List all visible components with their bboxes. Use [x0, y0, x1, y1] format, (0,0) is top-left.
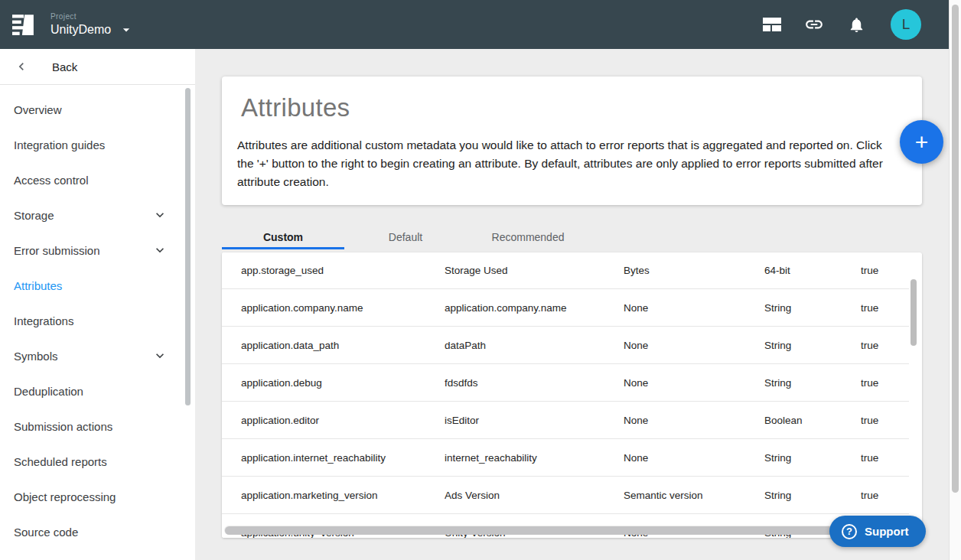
cell-format: None	[624, 340, 764, 351]
sidebar-item-overview[interactable]: Overview	[0, 92, 195, 127]
cell-visible: true	[861, 265, 909, 276]
support-label: Support	[865, 525, 909, 538]
sidebar-item-storage[interactable]: Storage	[0, 197, 195, 233]
tab-default[interactable]: Default	[344, 224, 467, 249]
table-row[interactable]: application.company.name application.com…	[222, 289, 909, 327]
cell-name: application.debug	[241, 377, 445, 389]
chevron-down-icon	[152, 348, 168, 363]
backtrace-logo-icon	[12, 13, 35, 36]
cell-format: Semantic version	[624, 490, 764, 501]
sidebar-item-integrations[interactable]: Integrations	[0, 303, 195, 338]
cell-visible: true	[861, 415, 909, 426]
cell-format: Bytes	[624, 265, 764, 276]
cell-name: application.editor	[241, 415, 445, 426]
attributes-header-card: Attributes Attributes are additional cus…	[222, 77, 922, 205]
sidebar-scrollbar-thumb[interactable]	[185, 88, 191, 405]
topbar: Project UnityDemo L	[0, 0, 949, 49]
dashboard-icon[interactable]	[762, 15, 782, 34]
sidebar-item-access-control[interactable]: Access control	[0, 162, 195, 197]
sidebar-item-deduplication[interactable]: Deduplication	[0, 373, 195, 409]
cell-type: String	[764, 340, 861, 351]
cell-visible: true	[861, 452, 909, 464]
chevron-down-icon	[152, 207, 168, 223]
sidebar-item-submission-actions[interactable]: Submission actions	[0, 409, 195, 444]
avatar-letter: L	[902, 16, 911, 33]
cell-visible: true	[861, 377, 909, 389]
cell-name: application.marketing_version	[241, 490, 445, 501]
sidebar-item-error-submission[interactable]: Error submission	[0, 233, 195, 268]
cell-label: isEditor	[445, 415, 624, 426]
back-label: Back	[52, 60, 77, 73]
cell-format: None	[624, 302, 764, 314]
plus-icon: +	[915, 131, 929, 154]
cell-label: Ads Version	[445, 490, 624, 501]
cell-type: 64-bit	[764, 265, 861, 276]
cell-type: String	[764, 377, 861, 389]
support-button[interactable]: ? Support	[829, 516, 926, 547]
page-title: Attributes	[241, 93, 350, 122]
tab-custom[interactable]: Custom	[222, 224, 344, 249]
avatar[interactable]: L	[891, 9, 921, 40]
cell-name: application.company.name	[241, 302, 445, 314]
cell-type: String	[764, 490, 861, 501]
chevron-down-icon	[152, 243, 168, 258]
attributes-table-rows: app.storage_used Storage Used Bytes 64-b…	[222, 252, 909, 538]
help-icon: ?	[842, 524, 857, 539]
cell-format: None	[624, 415, 764, 426]
chevron-left-icon	[14, 59, 29, 74]
cell-type: String	[764, 452, 861, 464]
cell-label: Storage Used	[445, 265, 624, 276]
sidebar-item-integration-guides[interactable]: Integration guides	[0, 127, 195, 162]
project-name: UnityDemo	[50, 23, 111, 37]
sidebar-item-scheduled-reports[interactable]: Scheduled reports	[0, 444, 195, 479]
cell-label: internet_reachability	[445, 452, 624, 464]
project-selector[interactable]: Project UnityDemo	[50, 12, 134, 37]
notifications-icon[interactable]	[846, 15, 866, 34]
cell-label: application.company.name	[445, 302, 624, 314]
table-row[interactable]: app.storage_used Storage Used Bytes 64-b…	[222, 252, 909, 289]
add-attribute-button[interactable]: +	[900, 120, 943, 164]
cell-label: fdsdfds	[445, 377, 624, 389]
table-row[interactable]: application.marketing_version Ads Versio…	[222, 477, 909, 514]
cell-name: app.storage_used	[241, 265, 445, 276]
table-row[interactable]: application.editor isEditor None Boolean…	[222, 402, 909, 439]
back-button[interactable]: Back	[0, 49, 195, 85]
project-label: Project	[50, 12, 134, 21]
sidebar-nav: Overview Integration guides Access contr…	[0, 85, 195, 549]
sidebar: Back Overview Integration guides Access …	[0, 49, 195, 560]
cell-visible: true	[861, 302, 909, 314]
tab-bar: Custom Default Recommended	[222, 224, 589, 249]
cell-format: None	[624, 377, 764, 389]
sidebar-item-symbols[interactable]: Symbols	[0, 338, 195, 373]
attributes-table: app.storage_used Storage Used Bytes 64-b…	[222, 252, 922, 538]
table-horizontal-scrollbar[interactable]	[224, 526, 907, 535]
page-description: Attributes are additional custom metadat…	[237, 136, 894, 191]
link-icon[interactable]	[804, 15, 824, 34]
cell-type: Boolean	[764, 415, 861, 426]
table-row[interactable]: application.debug fdsdfds None String tr…	[222, 364, 909, 402]
table-horizontal-scrollbar-thumb[interactable]	[225, 526, 883, 535]
cell-format: None	[624, 452, 764, 464]
tab-recommended[interactable]: Recommended	[467, 224, 589, 249]
page-scrollbar-thumb[interactable]	[952, 5, 959, 493]
sidebar-item-object-reprocessing[interactable]: Object reprocessing	[0, 479, 195, 514]
cell-type: String	[764, 302, 861, 314]
table-vertical-scrollbar-thumb[interactable]	[911, 279, 917, 346]
sidebar-item-attributes[interactable]: Attributes	[0, 268, 195, 303]
cell-visible: true	[861, 490, 909, 501]
cell-label: dataPath	[445, 340, 624, 351]
cell-name: application.data_path	[241, 340, 445, 351]
cell-visible: true	[861, 340, 909, 351]
table-row[interactable]: application.data_path dataPath None Stri…	[222, 327, 909, 364]
app-window: Project UnityDemo L	[0, 0, 961, 560]
sidebar-item-source-code[interactable]: Source code	[0, 514, 195, 549]
page-scrollbar[interactable]	[949, 0, 961, 560]
caret-down-icon	[119, 22, 134, 37]
cell-name: application.internet_reachability	[241, 452, 445, 464]
main-content: Attributes Attributes are additional cus…	[195, 49, 949, 560]
table-row[interactable]: application.internet_reachability intern…	[222, 439, 909, 477]
